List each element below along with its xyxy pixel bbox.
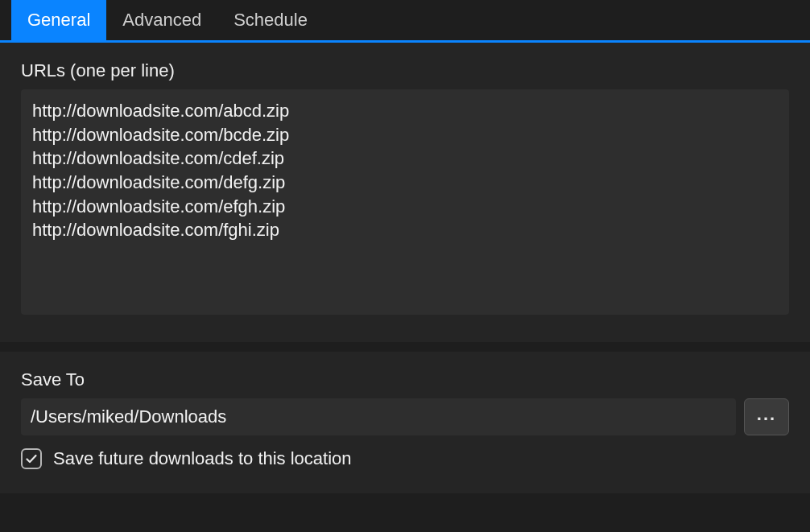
tab-advanced[interactable]: Advanced xyxy=(106,0,217,40)
save-future-label: Save future downloads to this location xyxy=(53,448,352,469)
save-to-row: ... xyxy=(21,398,789,435)
tab-schedule[interactable]: Schedule xyxy=(217,0,324,40)
tab-general[interactable]: General xyxy=(11,0,106,40)
check-icon xyxy=(25,452,38,465)
save-to-label: Save To xyxy=(21,369,789,390)
urls-section: URLs (one per line) xyxy=(0,43,810,342)
save-future-checkbox[interactable] xyxy=(21,448,42,469)
urls-textarea[interactable] xyxy=(21,89,789,315)
save-to-section: Save To ... Save future downloads to thi… xyxy=(0,352,810,493)
tab-bar: General Advanced Schedule xyxy=(0,0,810,43)
save-future-row: Save future downloads to this location xyxy=(21,448,789,469)
urls-label: URLs (one per line) xyxy=(21,60,789,81)
save-path-input[interactable] xyxy=(21,398,736,435)
browse-button[interactable]: ... xyxy=(744,398,789,435)
